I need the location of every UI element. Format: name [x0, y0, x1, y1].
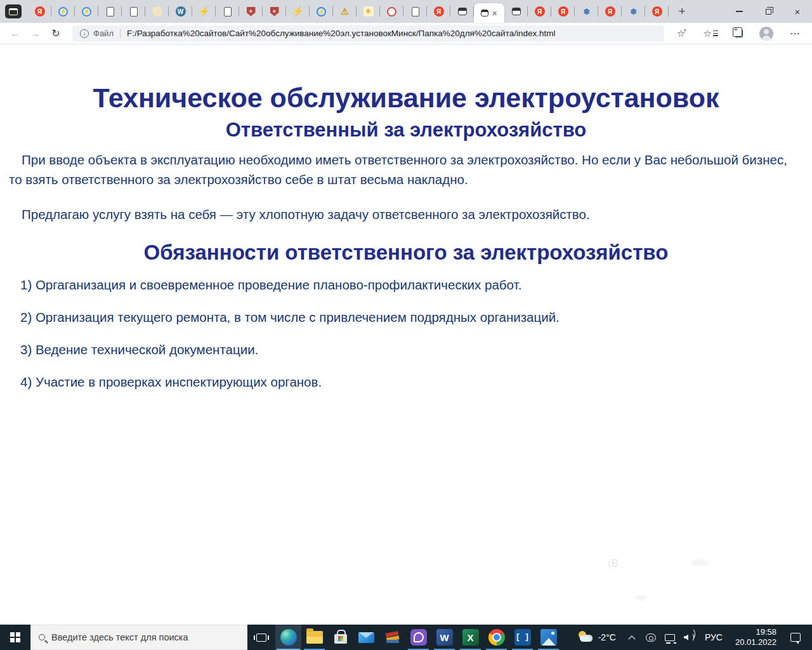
- chevron-up-icon: [628, 635, 635, 642]
- browser-toolbar: ← → ↻ i Файл F:/Разработка%20сайтов/Сайт…: [0, 23, 812, 44]
- notification-icon: [790, 633, 801, 642]
- restore-button[interactable]: [754, 0, 783, 23]
- taskbar-app-excel[interactable]: [457, 625, 483, 650]
- window-favicon-icon: [481, 10, 488, 17]
- taskbar-app-edge[interactable]: [275, 625, 301, 650]
- browser-tab[interactable]: [504, 0, 528, 23]
- browser-tab[interactable]: [403, 0, 427, 23]
- taskbar-app-photos[interactable]: [535, 625, 561, 650]
- taskbar-search-input[interactable]: Введите здесь текст для поиска: [30, 625, 247, 650]
- browser-tab[interactable]: [98, 0, 122, 23]
- browser-tab[interactable]: [427, 0, 450, 23]
- new-tab-button[interactable]: +: [672, 3, 691, 20]
- system-tray: -2°C РУС 19:58 20.01.2022: [571, 625, 812, 650]
- taskbar-app-word[interactable]: [431, 625, 457, 650]
- sound-waves-icon: [689, 633, 694, 642]
- browser-tab[interactable]: [645, 0, 669, 23]
- browser-tab[interactable]: [528, 0, 551, 23]
- task-view-button[interactable]: [247, 625, 275, 650]
- time: 19:58: [735, 627, 776, 637]
- clock[interactable]: 19:58 20.01.2022: [729, 627, 783, 648]
- globe-arrow-favicon-icon: [317, 7, 326, 17]
- browser-tab[interactable]: [450, 0, 474, 23]
- browser-tab[interactable]: [575, 0, 598, 23]
- close-window-button[interactable]: ×: [783, 0, 812, 23]
- ellipsis-icon: ⋯: [790, 27, 801, 39]
- browser-tab[interactable]: [51, 0, 75, 23]
- favorites-button[interactable]: ☆: [704, 25, 718, 43]
- web-favicon-icon: [629, 6, 639, 17]
- browser-tab[interactable]: [551, 0, 575, 23]
- camera-icon: [646, 633, 656, 642]
- browser-tab[interactable]: [216, 0, 239, 23]
- browser-tab[interactable]: [169, 0, 192, 23]
- network-button[interactable]: [660, 634, 679, 641]
- url-text[interactable]: F:/Разработка%20сайтов/Сайт%20обслуживан…: [127, 29, 556, 38]
- browser-tab[interactable]: [239, 0, 263, 23]
- browser-tab[interactable]: [263, 0, 286, 23]
- intro-paragraph: При вводе объекта в эксплуатацию необход…: [9, 150, 803, 190]
- weather-widget[interactable]: -2°C: [571, 631, 622, 644]
- browser-tab[interactable]: [598, 0, 622, 23]
- taskbar-app-mail[interactable]: [353, 625, 379, 650]
- window-favicon-icon: [458, 8, 467, 15]
- volume-button[interactable]: [679, 633, 698, 642]
- forward-button[interactable]: →: [27, 25, 44, 43]
- browser-tab[interactable]: [622, 0, 645, 23]
- ghost-smudge: [691, 560, 708, 566]
- profile-button[interactable]: [759, 25, 773, 43]
- page-favicon-icon: [130, 7, 138, 17]
- browser-tab[interactable]: [380, 0, 403, 23]
- taskbar-apps: [275, 625, 561, 650]
- taskbar-app-brackets[interactable]: [509, 625, 535, 650]
- excel-icon: [462, 629, 479, 646]
- viber-icon: [410, 629, 427, 646]
- browser-tab[interactable]: [333, 0, 357, 23]
- add-favorite-button[interactable]: ☆+: [677, 25, 687, 43]
- faded-favicon-icon: [152, 6, 162, 17]
- browser-tab[interactable]: [28, 0, 51, 23]
- close-tab-icon[interactable]: ×: [492, 9, 497, 18]
- browser-tab[interactable]: [357, 0, 380, 23]
- shield-favicon-icon: [270, 7, 279, 17]
- collections-button[interactable]: [735, 25, 743, 43]
- yandex-favicon-icon: [434, 6, 444, 17]
- address-bar[interactable]: i Файл F:/Разработка%20сайтов/Сайт%20обс…: [72, 25, 664, 42]
- browser-tab[interactable]: [145, 0, 169, 23]
- browser-tab[interactable]: [286, 0, 310, 23]
- settings-menu-button[interactable]: ⋯: [790, 25, 801, 43]
- start-button[interactable]: [0, 625, 30, 650]
- back-button[interactable]: ←: [6, 25, 24, 43]
- page-title: Техническое обслуживание электроустаново…: [13, 83, 799, 114]
- duty-item-1: 1) Оргаганизация и своевременное проведе…: [20, 277, 803, 293]
- browser-tab-active[interactable]: ×: [474, 3, 504, 23]
- taskbar-app-fileman[interactable]: [379, 625, 405, 650]
- browser-tab[interactable]: [75, 0, 98, 23]
- sun-favicon-icon: [363, 6, 374, 17]
- taskbar-app-chrome[interactable]: [483, 625, 509, 650]
- page-subtitle: Ответственный за электрохозяйство: [13, 119, 799, 142]
- taskbar-app-viber[interactable]: [405, 625, 431, 650]
- yandex-favicon-icon: [558, 6, 568, 17]
- tab-actions-menu-button[interactable]: [5, 4, 22, 18]
- tab-list: ×: [28, 0, 669, 23]
- language-indicator[interactable]: РУС: [698, 632, 729, 642]
- brackets-icon: [514, 629, 531, 646]
- action-center-button[interactable]: [783, 633, 808, 642]
- refresh-button[interactable]: ↻: [47, 25, 65, 43]
- web-favicon-icon: [582, 6, 592, 17]
- network-icon: [665, 634, 675, 641]
- clock-favicon-icon: [387, 7, 396, 17]
- browser-tab[interactable]: [192, 0, 216, 23]
- taskbar-app-explorer[interactable]: [301, 625, 327, 650]
- hidden-icons-button[interactable]: [622, 635, 641, 640]
- browser-tab[interactable]: [122, 0, 145, 23]
- browser-tab[interactable]: [310, 0, 333, 23]
- ghost-smudge: [634, 595, 647, 600]
- minimize-button[interactable]: [724, 0, 754, 23]
- taskbar-app-store[interactable]: [327, 625, 353, 650]
- meet-now-button[interactable]: [641, 633, 660, 642]
- page-info-icon[interactable]: i: [80, 29, 89, 38]
- duty-item-4: 4) Участие в проверках инспектирующих ор…: [20, 375, 803, 390]
- taskbar: Введите здесь текст для поиска -2°C РУС …: [0, 625, 812, 650]
